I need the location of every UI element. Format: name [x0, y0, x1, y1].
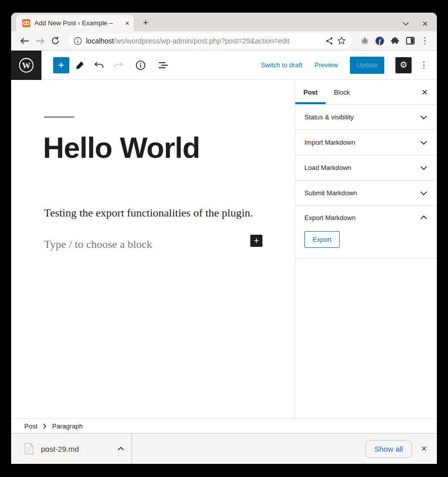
block-breadcrumb: Post Paragraph [11, 418, 437, 433]
browser-menu-kebab-icon[interactable]: ⋮ [419, 35, 431, 46]
post-title[interactable]: Hello World [43, 131, 200, 164]
bookmark-star-icon[interactable] [337, 36, 346, 45]
chevron-down-icon [420, 140, 428, 145]
editor-canvas[interactable]: Hello World Testing the export functiona… [11, 80, 295, 418]
panel-submit-markdown-toggle[interactable]: Submit Markdown [295, 181, 437, 205]
block-inserter-button[interactable]: + [53, 57, 69, 73]
tab-title: Add New Post ‹ Example – [34, 19, 121, 27]
tab-strip: Add New Post ‹ Example – × + × [11, 13, 437, 31]
side-panel-icon[interactable] [404, 34, 417, 48]
back-icon[interactable] [18, 34, 31, 48]
panel-export-markdown-toggle[interactable]: Export Markdown [295, 206, 437, 229]
xampp-favicon-icon [22, 19, 30, 27]
update-button[interactable]: Update [350, 57, 384, 74]
sidebar-tabs: Post Block × [295, 80, 437, 105]
chevron-up-icon [420, 215, 428, 220]
browser-tab[interactable]: Add New Post ‹ Example – × [16, 15, 133, 31]
breadcrumb-paragraph[interactable]: Paragraph [52, 422, 83, 430]
tab-post[interactable]: Post [295, 80, 326, 104]
panel-export-markdown: Export Markdown Export [295, 206, 437, 258]
settings-sidebar: Post Block × Status & visibility Import … [295, 80, 437, 418]
address-bar[interactable]: localhost/ws/wordpress/wp-admin/post.php… [68, 33, 352, 48]
tab-list-chevron-icon[interactable] [402, 22, 409, 26]
preview-link[interactable]: Preview [315, 61, 338, 69]
sidebar-close-icon[interactable]: × [413, 80, 437, 104]
download-bar-divider [131, 433, 132, 464]
browser-toolbar: localhost/ws/wordpress/wp-admin/post.php… [11, 31, 437, 51]
panel-status-visibility-toggle[interactable]: Status & visibility [295, 105, 437, 129]
site-info-icon[interactable] [74, 37, 82, 45]
show-all-downloads-button[interactable]: Show all [365, 440, 412, 458]
settings-gear-button[interactable]: ⚙ [395, 57, 412, 73]
export-button[interactable]: Export [304, 231, 340, 248]
download-item[interactable]: post-29.md [11, 433, 131, 464]
url-path: /ws/wordpress/wp-admin/post.php?post=29&… [114, 37, 289, 45]
tools-pencil-icon[interactable] [71, 57, 88, 74]
empty-block-placeholder[interactable]: Type / to choose a block [44, 238, 152, 251]
chevron-down-icon [420, 115, 428, 120]
download-bar-close-icon[interactable]: × [421, 443, 427, 454]
panel-submit-markdown: Submit Markdown [295, 181, 437, 206]
list-view-icon[interactable] [154, 57, 171, 74]
fedora-extension-icon[interactable]: f [373, 34, 386, 48]
paragraph-block[interactable]: Testing the export functionalities of th… [44, 206, 253, 220]
url-host: localhost [86, 37, 114, 45]
forward-icon[interactable] [33, 34, 47, 48]
adblock-extension-icon[interactable] [358, 34, 371, 48]
download-bar: post-29.md Show all × [11, 433, 437, 464]
panel-import-markdown: Import Markdown [295, 130, 437, 155]
panel-status-visibility: Status & visibility [295, 105, 437, 130]
new-tab-button[interactable]: + [139, 16, 153, 30]
url-text[interactable]: localhost/ws/wordpress/wp-admin/post.php… [86, 37, 322, 45]
switch-to-draft-link[interactable]: Switch to draft [260, 61, 302, 69]
panel-load-markdown-toggle[interactable]: Load Markdown [295, 155, 437, 180]
reload-icon[interactable] [49, 34, 62, 48]
browser-window: Add New Post ‹ Example – × + × localhost… [11, 13, 437, 464]
share-icon[interactable] [326, 37, 333, 45]
download-chevron-up-icon[interactable] [117, 447, 124, 451]
editor-options-kebab-icon[interactable]: ⋮ [418, 60, 430, 70]
undo-icon[interactable] [91, 57, 108, 74]
wordpress-logo-icon[interactable]: W [11, 51, 41, 80]
redo-icon [110, 57, 127, 74]
editor-header: W + Switch to draft Preview Update ⚙ ⋮ [11, 51, 437, 80]
tab-block[interactable]: Block [326, 80, 358, 104]
breadcrumb-chevron-icon [43, 423, 47, 429]
panel-load-markdown: Load Markdown [295, 155, 437, 181]
tab-close-icon[interactable]: × [125, 19, 129, 27]
svg-text:W: W [22, 61, 31, 70]
inline-block-inserter-button[interactable]: + [250, 235, 262, 247]
file-document-icon [24, 443, 34, 455]
chevron-down-icon [420, 165, 428, 170]
separator-block[interactable] [44, 116, 74, 118]
details-info-icon[interactable] [132, 57, 149, 74]
panel-import-markdown-toggle[interactable]: Import Markdown [295, 130, 437, 155]
download-filename: post-29.md [41, 445, 110, 453]
extensions-puzzle-icon[interactable] [388, 34, 401, 48]
breadcrumb-post[interactable]: Post [24, 422, 37, 430]
window-close-icon[interactable]: × [422, 19, 428, 28]
chevron-down-icon [420, 191, 428, 196]
